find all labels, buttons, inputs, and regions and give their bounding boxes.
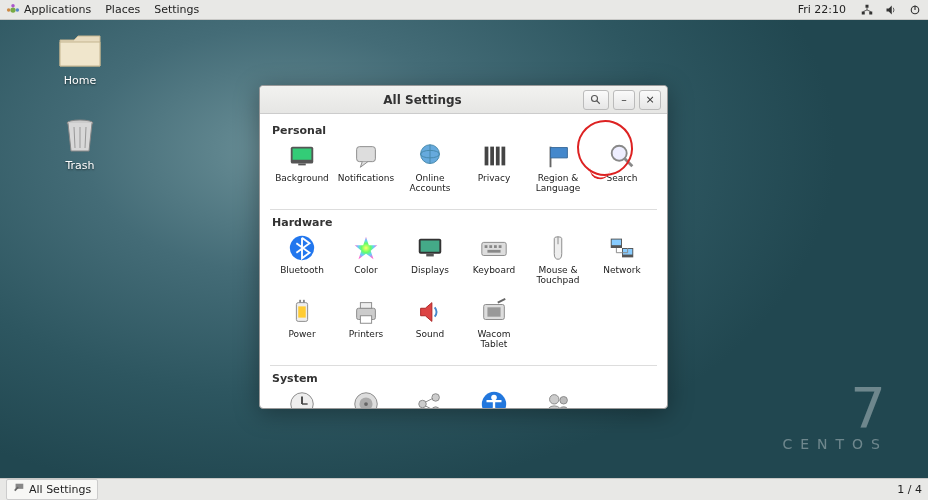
svg-point-2 xyxy=(16,8,20,12)
item-label: Online Accounts xyxy=(399,174,461,194)
minimize-button[interactable]: – xyxy=(613,90,635,110)
svg-rect-34 xyxy=(485,245,488,248)
close-button[interactable]: × xyxy=(639,90,661,110)
window-title: All Settings xyxy=(266,93,579,107)
svg-point-0 xyxy=(10,7,15,12)
settings-item-universal-access[interactable]: Universal Access xyxy=(462,387,526,408)
trash-icon xyxy=(56,115,104,155)
item-label: Color xyxy=(335,266,397,276)
settings-item-network[interactable]: Network xyxy=(590,231,654,295)
os-name: CENTOS xyxy=(782,436,888,452)
settings-item-details[interactable]: Details xyxy=(334,387,398,408)
svg-rect-23 xyxy=(490,147,494,166)
item-label: Notifications xyxy=(335,174,397,184)
settings-item-bluetooth[interactable]: Bluetooth xyxy=(270,231,334,295)
settings-item-mouse[interactable]: Mouse & Touchpad xyxy=(526,231,590,295)
svg-point-60 xyxy=(419,400,427,408)
section-personal: Personal Background Notifications Online… xyxy=(270,124,657,203)
settings-item-datetime[interactable]: Date & Time xyxy=(270,387,334,408)
search-settings-icon xyxy=(607,141,637,171)
trash-desktop-icon[interactable]: Trash xyxy=(50,115,110,172)
svg-rect-36 xyxy=(494,245,497,248)
network-icon xyxy=(607,233,637,263)
svg-point-62 xyxy=(432,407,440,408)
svg-rect-38 xyxy=(487,250,500,253)
svg-point-68 xyxy=(560,397,568,405)
taskbar-item-settings[interactable]: All Settings xyxy=(6,479,98,500)
settings-content: Personal Background Notifications Online… xyxy=(260,114,667,408)
privacy-icon xyxy=(479,141,509,171)
home-desktop-icon[interactable]: Home xyxy=(50,30,110,87)
os-branding: 7 CENTOS xyxy=(782,380,888,452)
datetime-icon xyxy=(287,389,317,408)
menu-settings[interactable]: Settings xyxy=(154,3,199,16)
volume-tray-icon[interactable] xyxy=(884,3,898,17)
workspace-indicator[interactable]: 1 / 4 xyxy=(897,483,922,496)
desktop-icon-label: Trash xyxy=(65,159,94,172)
svg-line-53 xyxy=(498,299,506,303)
bluetooth-icon xyxy=(287,233,317,263)
settings-item-color[interactable]: Color xyxy=(334,231,398,295)
settings-item-notifications[interactable]: Notifications xyxy=(334,139,398,203)
region-language-icon xyxy=(543,141,573,171)
settings-item-privacy[interactable]: Privacy xyxy=(462,139,526,203)
window-titlebar[interactable]: All Settings – × xyxy=(260,86,667,114)
settings-item-users[interactable]: Users xyxy=(526,387,590,408)
svg-rect-37 xyxy=(499,245,502,248)
settings-item-wacom[interactable]: Wacom Tablet xyxy=(462,295,526,359)
settings-item-sharing[interactable]: Sharing xyxy=(398,387,462,408)
activities-icon[interactable] xyxy=(6,3,20,17)
item-label: Background xyxy=(271,174,333,184)
svg-rect-5 xyxy=(862,11,865,14)
settings-item-keyboard[interactable]: Keyboard xyxy=(462,231,526,295)
svg-line-28 xyxy=(625,159,633,167)
item-label: Printers xyxy=(335,330,397,340)
settings-item-displays[interactable]: Displays xyxy=(398,231,462,295)
section-title: Hardware xyxy=(272,216,657,229)
power-tray-icon[interactable] xyxy=(908,3,922,17)
settings-item-sound[interactable]: Sound xyxy=(398,295,462,359)
users-icon xyxy=(543,389,573,408)
section-title: System xyxy=(272,372,657,385)
clock[interactable]: Fri 22:10 xyxy=(798,3,846,16)
section-hardware: Hardware Bluetooth Color Displays Keyboa… xyxy=(270,216,657,359)
svg-rect-33 xyxy=(482,242,506,255)
svg-rect-22 xyxy=(485,147,489,166)
svg-rect-45 xyxy=(298,306,306,317)
item-label: Privacy xyxy=(463,174,525,184)
menu-places[interactable]: Places xyxy=(105,3,140,16)
displays-icon xyxy=(415,233,445,263)
printers-icon xyxy=(351,297,381,327)
menu-applications[interactable]: Applications xyxy=(24,3,91,16)
svg-rect-24 xyxy=(496,147,500,166)
background-icon xyxy=(287,141,317,171)
item-label: Search xyxy=(591,174,653,184)
item-label: Displays xyxy=(399,266,461,276)
svg-line-64 xyxy=(425,406,433,408)
settings-item-region-language[interactable]: Region & Language xyxy=(526,139,590,203)
svg-rect-35 xyxy=(489,245,492,248)
item-label: Network xyxy=(591,266,653,276)
svg-rect-52 xyxy=(487,307,500,316)
network-tray-icon[interactable] xyxy=(860,3,874,17)
svg-rect-31 xyxy=(421,241,440,252)
settings-item-printers[interactable]: Printers xyxy=(334,295,398,359)
settings-item-background[interactable]: Background xyxy=(270,139,334,203)
os-version: 7 xyxy=(782,380,888,436)
settings-item-power[interactable]: Power xyxy=(270,295,334,359)
svg-rect-42 xyxy=(612,240,621,246)
keyboard-icon xyxy=(479,233,509,263)
search-button[interactable] xyxy=(583,90,609,110)
settings-item-online-accounts[interactable]: Online Accounts xyxy=(398,139,462,203)
item-label: Keyboard xyxy=(463,266,525,276)
svg-point-27 xyxy=(612,146,627,161)
svg-rect-50 xyxy=(360,316,371,324)
svg-rect-16 xyxy=(293,149,312,160)
settings-item-search[interactable]: Search xyxy=(590,139,654,203)
desktop-icon-label: Home xyxy=(64,74,96,87)
svg-rect-6 xyxy=(869,11,872,14)
svg-point-3 xyxy=(11,3,15,7)
svg-point-61 xyxy=(432,394,440,402)
top-panel: Applications Places Settings Fri 22:10 xyxy=(0,0,928,20)
svg-rect-49 xyxy=(360,303,371,309)
